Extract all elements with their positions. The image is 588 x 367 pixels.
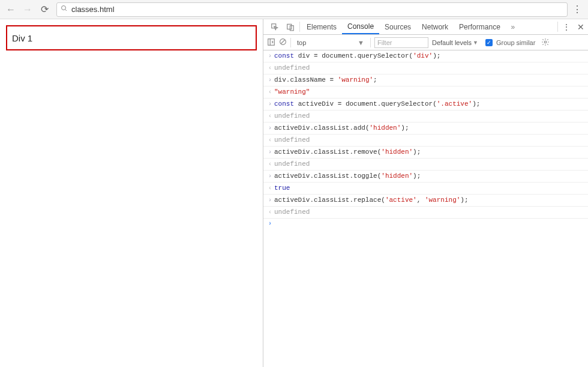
- console-line: ‹ undefined: [263, 62, 588, 74]
- chevron-left-icon: ‹: [266, 87, 274, 98]
- back-button[interactable]: ←: [4, 2, 18, 17]
- svg-line-1: [65, 10, 67, 11]
- devtools: Elements Console Sources Network Perform…: [263, 19, 588, 367]
- chevron-left-icon: ‹: [266, 135, 274, 146]
- console-result: undefined: [274, 207, 310, 217]
- console-line: ‹ "warning": [263, 86, 588, 99]
- svg-point-9: [545, 41, 547, 43]
- div-1-text: Div 1: [12, 33, 32, 43]
- devtools-tabbar: Elements Console Sources Network Perform…: [263, 19, 588, 35]
- page-content: Div 1: [0, 19, 263, 367]
- svg-line-8: [281, 40, 285, 44]
- device-toggle-icon[interactable]: [283, 19, 298, 34]
- chevron-right-icon: ›: [266, 123, 274, 134]
- console-result: undefined: [274, 62, 310, 73]
- context-dropdown[interactable]: top ▼: [295, 38, 367, 47]
- chevron-left-icon: ‹: [266, 183, 274, 194]
- chevron-right-icon: ›: [266, 99, 274, 110]
- chevron-left-icon: ‹: [266, 207, 274, 218]
- chevron-right-icon: ›: [266, 195, 274, 206]
- svg-point-0: [62, 6, 66, 10]
- forward-button[interactable]: →: [20, 2, 35, 17]
- chevron-right-icon: ›: [266, 51, 274, 62]
- console-prompt[interactable]: ›: [263, 219, 588, 229]
- console-line: ‹ undefined: [263, 159, 588, 171]
- url-text: classes.html: [71, 5, 115, 14]
- devtools-menu-icon[interactable]: ⋮: [559, 19, 574, 34]
- levels-dropdown[interactable]: Default levels ▼: [432, 39, 478, 46]
- console-output[interactable]: › const div = document.querySelector('di…: [263, 50, 588, 367]
- checkbox-checked-icon: ✓: [485, 39, 493, 46]
- console-result: undefined: [274, 111, 310, 121]
- console-result: undefined: [274, 159, 310, 169]
- console-line: ‹ undefined: [263, 135, 588, 147]
- group-similar-label: Group similar: [496, 39, 535, 46]
- more-tabs-icon[interactable]: »: [506, 19, 520, 34]
- console-line: ‹ true: [263, 183, 588, 195]
- tab-sources[interactable]: Sources: [379, 19, 416, 34]
- levels-label: Default levels: [432, 39, 472, 46]
- console-line: ‹ undefined: [263, 207, 588, 219]
- browser-toolbar: ← → ⟳ classes.html ⋮: [0, 0, 588, 19]
- clear-console-icon[interactable]: [279, 38, 287, 47]
- tab-console[interactable]: Console: [342, 19, 379, 34]
- search-icon: [61, 5, 68, 14]
- chevron-left-icon: ‹: [266, 159, 274, 170]
- filter-input[interactable]: Filter: [374, 37, 428, 48]
- chevron-right-icon: ›: [266, 219, 274, 229]
- filter-placeholder: Filter: [377, 39, 392, 46]
- console-line: › activeDiv.classList.replace('active', …: [263, 195, 588, 207]
- tab-performance[interactable]: Performance: [454, 19, 506, 34]
- chevron-down-icon: ▼: [358, 39, 364, 46]
- settings-icon[interactable]: [541, 38, 550, 47]
- chevron-left-icon: ‹: [266, 111, 274, 122]
- tab-elements[interactable]: Elements: [301, 19, 342, 34]
- console-line: › const activeDiv = document.querySelect…: [263, 99, 588, 111]
- console-line: › activeDiv.classList.add('hidden');: [263, 123, 588, 135]
- chevron-right-icon: ›: [266, 171, 274, 182]
- inspect-icon[interactable]: [267, 19, 283, 34]
- chevron-left-icon: ‹: [266, 63, 274, 74]
- chevron-right-icon: ›: [266, 147, 274, 158]
- url-bar[interactable]: classes.html: [56, 2, 568, 17]
- svg-rect-3: [287, 24, 292, 29]
- devtools-close-icon[interactable]: ✕: [574, 19, 588, 34]
- console-sidebar-toggle-icon[interactable]: [267, 38, 275, 47]
- console-toolbar: top ▼ Filter Default levels ▼ ✓ Group si…: [263, 35, 588, 50]
- browser-menu-button[interactable]: ⋮: [570, 4, 584, 15]
- console-line: ‹ undefined: [263, 111, 588, 123]
- console-result: true: [274, 183, 290, 193]
- div-1-warning: Div 1: [6, 25, 257, 50]
- chevron-right-icon: ›: [266, 75, 274, 86]
- console-result: "warning": [274, 86, 310, 97]
- console-line: › div.className = 'warning';: [263, 74, 588, 86]
- console-line: › const div = document.querySelector('di…: [263, 50, 588, 62]
- console-result: undefined: [274, 135, 310, 145]
- console-line: › activeDiv.classList.toggle('hidden');: [263, 171, 588, 183]
- context-dropdown-label: top: [297, 39, 306, 46]
- group-similar-toggle[interactable]: ✓ Group similar: [485, 39, 535, 46]
- chevron-down-icon: ▼: [473, 40, 478, 46]
- tab-network[interactable]: Network: [416, 19, 454, 34]
- reload-button[interactable]: ⟳: [37, 2, 52, 17]
- console-line: › activeDiv.classList.remove('hidden');: [263, 147, 588, 159]
